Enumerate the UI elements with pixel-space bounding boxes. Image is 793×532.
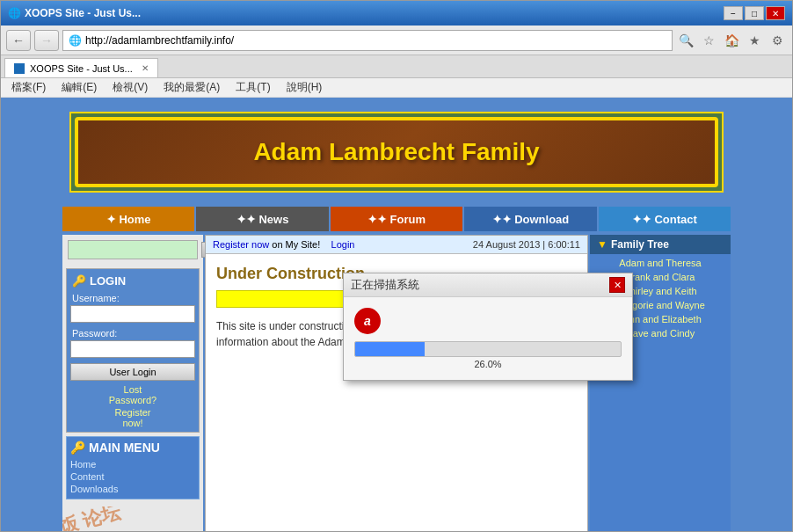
nav-news[interactable]: ✦✦ News (196, 207, 328, 231)
lost-password-link[interactable]: Lost Password? (70, 384, 195, 405)
menu-file[interactable]: 檔案(F) (4, 78, 53, 97)
tab-favicon (14, 63, 25, 74)
tab-bar: XOOPS Site - Just Us... ✕ (1, 55, 792, 78)
username-input[interactable] (70, 305, 195, 323)
browser-toolbar: ← → 🌐 🔍 ☆ 🏠 ★ ⚙ (1, 26, 792, 55)
site-header: Adam Lambrecht Family (62, 98, 731, 207)
window-controls: − □ ✕ (724, 6, 785, 20)
nav-forum[interactable]: ✦✦ Forum (331, 207, 462, 231)
main-menu-box: 🔑 MAIN MENU Home Content Downloads (66, 436, 200, 499)
tree-arrow-icon: ▼ (597, 238, 607, 251)
favicon-icon: 🌐 (69, 34, 82, 47)
register-now-link[interactable]: Register now (213, 239, 269, 250)
nav-contact[interactable]: ✦✦ Contact (599, 207, 731, 231)
progress-label: 26.0% (354, 359, 622, 369)
search-icon[interactable]: 🔍 (676, 31, 695, 50)
title-bar: 🌐 XOOPS Site - Just Us... − □ ✕ (1, 1, 792, 26)
sidebar-watermark-area: 饭 论坛 (62, 506, 203, 531)
av-icon-row: a (354, 308, 622, 334)
av-close-button[interactable]: ✕ (609, 277, 625, 293)
password-input[interactable] (70, 340, 195, 358)
menu-favorites[interactable]: 我的最愛(A) (156, 78, 227, 97)
login-button[interactable]: User Login (70, 363, 195, 381)
menu-key-icon: 🔑 (70, 441, 85, 455)
top-info-bar: Register now on My Site! Login 24 August… (206, 236, 587, 254)
av-icon: a (354, 308, 381, 334)
browser-tab[interactable]: XOOPS Site - Just Us... ✕ (4, 58, 158, 77)
maximize-button[interactable]: □ (745, 6, 764, 20)
address-bar: 🌐 (62, 30, 673, 51)
bookmark-icon[interactable]: ☆ (699, 31, 718, 50)
title-favicon: 🌐 (8, 7, 21, 19)
username-label: Username: (70, 293, 195, 303)
datetime-display: 24 August 2013 | 6:00:11 (473, 239, 580, 250)
menu-link-home[interactable]: Home (70, 458, 195, 470)
lost-text: Lost (124, 384, 142, 395)
tree-item-0[interactable]: Adam and Theresa (590, 256, 731, 270)
url-input[interactable] (85, 34, 666, 47)
progress-bar (355, 342, 425, 356)
toolbar-icons: 🔍 ☆ 🏠 ★ ⚙ (676, 31, 787, 50)
menu-view[interactable]: 檢視(V) (105, 78, 155, 97)
menu-link-downloads[interactable]: Downloads (70, 483, 195, 495)
progress-container (354, 341, 622, 357)
login-key-icon: 🔑 (72, 274, 86, 288)
menu-links: Home Content Downloads (70, 458, 195, 495)
site-header-box: Adam Lambrecht Family (75, 117, 718, 187)
menu-edit[interactable]: 編輯(E) (55, 78, 104, 97)
nav-home[interactable]: ✦ Home (62, 207, 194, 231)
main-menu-title-text: MAIN MENU (89, 441, 160, 455)
now-text: now! (122, 418, 142, 428)
av-title-bar: 正在掃描系統 ✕ (344, 273, 632, 297)
search-area: search (62, 235, 203, 265)
settings-icon[interactable]: ⚙ (768, 31, 787, 50)
top-login-link[interactable]: Login (331, 239, 355, 250)
window-title: XOOPS Site - Just Us... (25, 7, 141, 19)
antivirus-popup: 正在掃描系統 ✕ a 26.0% (343, 273, 633, 381)
password-text: Password? (109, 395, 156, 405)
on-my-site-text: on My Site! (272, 239, 320, 250)
browser-menu-bar: 檔案(F) 編輯(E) 檢視(V) 我的最愛(A) 工具(T) 說明(H) (1, 78, 792, 98)
search-input[interactable] (68, 240, 198, 259)
forward-button[interactable]: → (34, 30, 59, 51)
menu-help[interactable]: 說明(H) (280, 78, 330, 97)
register-text: Register (115, 407, 151, 418)
login-title-text: LOGIN (90, 274, 126, 288)
back-button[interactable]: ← (6, 30, 31, 51)
minimize-button[interactable]: − (724, 6, 743, 20)
browser-window: 🌐 XOOPS Site - Just Us... − □ ✕ ← → 🌐 🔍 … (0, 0, 793, 532)
favorites-icon[interactable]: ★ (745, 31, 764, 50)
left-sidebar: search 🔑 LOGIN Username: Password: User … (62, 235, 203, 531)
password-label: Password: (70, 328, 195, 339)
family-tree-header: ▼ Family Tree (590, 235, 731, 254)
register-info: Register now on My Site! Login (213, 239, 354, 250)
login-title: 🔑 LOGIN (70, 273, 195, 289)
header-outer: Adam Lambrecht Family (69, 112, 724, 193)
watermark-text: 饭 论坛 (62, 506, 124, 531)
nav-bar: ✦ Home ✦✦ News ✦✦ Forum ✦✦ Download ✦✦ C… (62, 207, 731, 235)
av-title-text: 正在掃描系統 (351, 277, 419, 293)
main-menu-title: 🔑 MAIN MENU (70, 441, 195, 455)
nav-download[interactable]: ✦✦ Download (464, 207, 596, 231)
tab-label: XOOPS Site - Just Us... (30, 63, 133, 74)
av-icon-letter: a (364, 314, 371, 328)
family-tree-title: Family Tree (611, 238, 669, 251)
login-box: 🔑 LOGIN Username: Password: User Login L… (66, 268, 200, 433)
tab-close-button[interactable]: ✕ (142, 63, 149, 73)
av-body: a 26.0% (344, 297, 632, 380)
menu-link-content[interactable]: Content (70, 470, 195, 483)
site-title: Adam Lambrecht Family (253, 138, 539, 165)
register-link[interactable]: Register now! (70, 407, 195, 428)
menu-tools[interactable]: 工具(T) (229, 78, 277, 97)
close-button[interactable]: ✕ (766, 6, 785, 20)
home-icon[interactable]: 🏠 (722, 31, 741, 50)
title-bar-left: 🌐 XOOPS Site - Just Us... (8, 7, 141, 19)
